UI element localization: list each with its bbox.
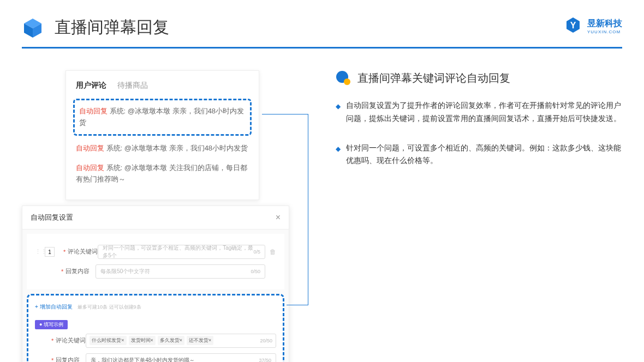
tab-comments[interactable]: 用户评论 <box>76 81 106 90</box>
bullet-item: ◆ 针对同一个问题，可设置多个相近的、高频的关键词。例如：这款多少钱、这块能优惠… <box>336 142 622 168</box>
comment-row: 自动回复 系统: @冰墩墩本墩 关注我们的店铺，每日都有热门推荐哟～ <box>76 158 249 190</box>
auto-reply-tag: 自动回复 <box>79 107 108 115</box>
bullet-item: ◆ 自动回复设置为了提升作者的评论回复效率，作者可在开播前针对常见的评论用户问题… <box>336 99 622 125</box>
example-tag-input[interactable]: 什么时候发货× 发货时间× 多久发货× 还不发货× 20/50 <box>86 334 276 348</box>
example-badge: ● 填写示例 <box>35 320 68 329</box>
trash-icon[interactable]: 🗑 <box>270 248 276 256</box>
cube-icon <box>22 17 44 39</box>
hint-text: 最多可建10条 还可以创建9条 <box>77 304 141 310</box>
drag-handle-icon[interactable]: ⋮⋮ <box>35 248 41 255</box>
comments-panel: 用户评论 待播商品 自动回复 系统: @冰墩墩本墩 亲亲，我们48小时内发货 自… <box>65 70 259 200</box>
auto-reply-tag: 自动回复 <box>76 164 104 172</box>
example-box: + 增加自动回复 最多可建10条 还可以创建9条 ● 填写示例 * 评论关键词 … <box>27 294 284 362</box>
section-title: 直播间弹幕关键词评论自动回复 <box>357 71 510 86</box>
keyword-input[interactable]: 对同一个问题，可设置多个相近、高频的关键词，Tag确定，最多5个 0/5 <box>98 245 265 259</box>
settings-title: 自动回复设置 <box>31 213 73 222</box>
svg-text:Y: Y <box>570 21 576 30</box>
keyword-label: 评论关键词 <box>68 248 98 256</box>
settings-panel: 自动回复设置 × ⋮⋮ 1 * 评论关键词 对同一个问题，可设置多个相近、高频的… <box>22 206 289 362</box>
brand-logo: Y 昱新科技 YUUXIN.COM <box>563 16 622 36</box>
ex-content-label: 回复内容 <box>56 356 86 362</box>
row-number: 1 <box>45 247 55 257</box>
brand-name: 昱新科技 <box>587 18 622 29</box>
content-input[interactable]: 每条限50个中文字符 0/50 <box>96 264 265 279</box>
chat-bubble-icon <box>336 70 351 86</box>
diamond-icon: ◆ <box>336 101 341 125</box>
diamond-icon: ◆ <box>336 143 341 168</box>
auto-reply-tag: 自动回复 <box>76 144 104 152</box>
add-reply-link[interactable]: + 增加自动回复 <box>35 303 73 311</box>
svg-point-5 <box>344 79 350 85</box>
page-title: 直播间弹幕回复 <box>55 16 169 39</box>
tab-products[interactable]: 待播商品 <box>117 81 148 90</box>
comment-row-highlighted: 自动回复 系统: @冰墩墩本墩 亲亲，我们48小时内发货 <box>73 99 252 136</box>
required-dot: * <box>61 268 63 275</box>
required-dot: * <box>63 249 65 255</box>
ex-keyword-label: 评论关键词 <box>56 336 86 345</box>
brand-sub: YUUXIN.COM <box>587 29 622 34</box>
example-content-input[interactable]: 亲，我们这边都是下单48小时内发货的哦～ 37/50 <box>86 353 276 362</box>
comment-row: 自动回复 系统: @冰墩墩本墩 亲亲，我们48小时内发货 <box>76 138 249 159</box>
content-label: 回复内容 <box>65 267 96 275</box>
close-icon[interactable]: × <box>276 213 281 222</box>
divider <box>22 47 622 49</box>
